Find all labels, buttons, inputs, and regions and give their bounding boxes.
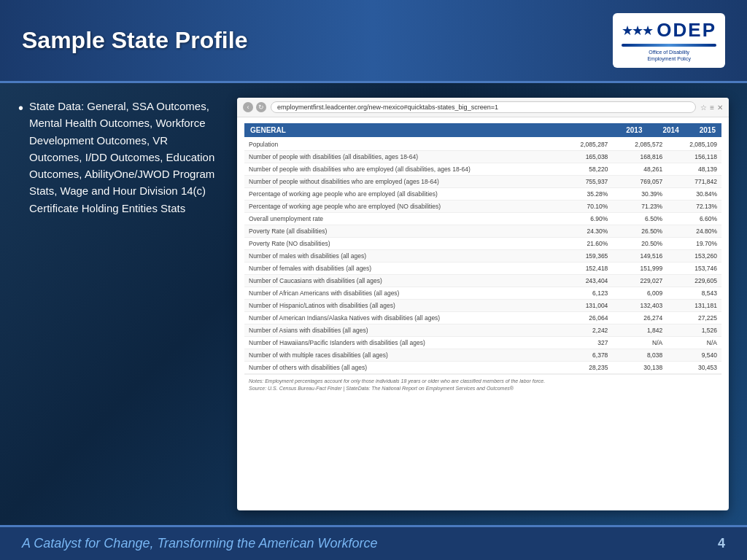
row-label: Number of males with disabilities (all a… [244,250,558,262]
header: Sample State Profile ★★★ ODEP Office of … [0,0,747,83]
row-label: Number of people with disabilities who a… [244,163,558,176]
odep-wave-decoration [622,44,716,47]
star-icon[interactable]: ☆ [700,104,707,112]
row-2013: 6,378 [558,349,613,362]
bullet-icon: • [18,99,23,117]
row-2013: 35.28% [558,188,613,201]
row-2015: 153,746 [667,262,721,275]
row-2014: 8,038 [612,349,667,362]
footer: A Catalyst for Change, Transforming the … [0,525,747,560]
row-label: Number of females with disabilities (all… [244,262,558,275]
row-label: Number of Caucasians with disabilities (… [244,275,558,287]
table-row: Number of Hispanic/Latinos with disabili… [244,300,721,312]
row-2013: 152,418 [558,262,613,275]
table-container: GENERAL 2013 2014 2015 Population 2,085,… [237,117,729,510]
row-label: Number of African Americans with disabil… [244,287,558,300]
row-2014: 20.50% [612,238,667,250]
odep-subtitle: Office of Disability Employment Policy [647,49,691,62]
row-2015: 30,453 [667,362,721,374]
row-2015: 229,605 [667,275,721,287]
row-2015: 9,540 [667,349,721,362]
menu-icon[interactable]: ≡ [710,104,714,112]
row-2014: 168,816 [612,151,667,163]
year-columns: 2013 2014 2015 [626,126,716,134]
row-2014: 151,999 [612,262,667,275]
row-2015: 1,526 [667,324,721,337]
row-2013: 755,937 [558,176,613,188]
row-2013: 26,064 [558,312,613,324]
table-row: Number of people without disabilities wh… [244,176,721,188]
row-2015: 27,225 [667,312,721,324]
row-2014: 149,516 [612,250,667,262]
browser-nav: ‹ ↻ [243,102,266,112]
data-panel: ‹ ↻ employmentfirst.leadcenter.org/new-m… [237,98,729,510]
row-2015: 6.60% [667,213,721,225]
row-2014: 30,138 [612,362,667,374]
row-label: Overall unemployment rate [244,213,558,225]
row-2014: 6.50% [612,213,667,225]
bullet-text: State Data: General, SSA Outcomes, Menta… [29,98,222,217]
table-row: Number of males with disabilities (all a… [244,250,721,262]
year-2014: 2014 [663,126,679,134]
browser-action-icons: ☆ ≡ ✕ [700,104,723,112]
row-2013: 28,235 [558,362,613,374]
row-2015: 8,543 [667,287,721,300]
year-2015: 2015 [700,126,716,134]
slide: Sample State Profile ★★★ ODEP Office of … [0,0,747,560]
row-2013: 131,004 [558,300,613,312]
row-2015: 19.70% [667,238,721,250]
row-label: Number of American Indians/Alaska Native… [244,312,558,324]
slide-number: 4 [718,536,725,551]
row-2014: 132,403 [612,300,667,312]
row-2014: 26,274 [612,312,667,324]
row-2015: 131,181 [667,300,721,312]
table-row: Number of others with disabilities (all … [244,362,721,374]
row-2015: 48,139 [667,163,721,176]
row-2014: 2,085,572 [612,139,667,151]
row-2013: 2,085,287 [558,139,613,151]
row-label: Poverty Rate (NO disabilities) [244,238,558,250]
odep-logo: ★★★ ODEP Office of Disability Employment… [613,13,725,68]
close-icon[interactable]: ✕ [717,104,723,112]
row-2014: 71.23% [612,201,667,213]
row-2014: 26.50% [612,225,667,238]
row-2013: 6,123 [558,287,613,300]
left-panel: • State Data: General, SSA Outcomes, Men… [18,98,222,510]
table-section-header: GENERAL 2013 2014 2015 [244,123,721,137]
table-row: Overall unemployment rate 6.90% 6.50% 6.… [244,213,721,225]
bullet-list-item: • State Data: General, SSA Outcomes, Men… [18,98,222,217]
table-row: Percentage of working age people who are… [244,188,721,201]
odep-stars-icon: ★★★ [622,23,652,39]
row-2013: 165,038 [558,151,613,163]
row-2015: N/A [667,337,721,349]
row-2013: 6.90% [558,213,613,225]
row-2014: 6,009 [612,287,667,300]
row-label: Number of people without disabilities wh… [244,176,558,188]
row-label: Poverty Rate (all disabilities) [244,225,558,238]
row-label: Number of others with disabilities (all … [244,362,558,374]
row-2013: 58,220 [558,163,613,176]
row-2015: 156,118 [667,151,721,163]
table-notes: Notes: Employment percentages account fo… [244,374,721,395]
table-row: Number of African Americans with disabil… [244,287,721,300]
row-2013: 327 [558,337,613,349]
row-2013: 159,365 [558,250,613,262]
row-label: Percentage of working age people who are… [244,188,558,201]
row-2014: 48,261 [612,163,667,176]
row-2015: 153,260 [667,250,721,262]
table-row: Population 2,085,287 2,085,572 2,085,109 [244,139,721,151]
odep-acronym: ODEP [657,19,716,42]
year-2013: 2013 [626,126,642,134]
row-2015: 771,842 [667,176,721,188]
main-content: • State Data: General, SSA Outcomes, Men… [0,83,747,525]
table-row: Number of Asians with disabilities (all … [244,324,721,337]
table-row: Number of females with disabilities (all… [244,262,721,275]
browser-back-btn[interactable]: ‹ [243,102,253,112]
table-row: Number of with multiple races disabiliti… [244,349,721,362]
browser-url-bar[interactable]: employmentfirst.leadcenter.org/new-mexic… [271,101,696,113]
row-2014: 1,842 [612,324,667,337]
section-label: GENERAL [250,126,286,134]
browser-refresh-btn[interactable]: ↻ [256,102,266,112]
row-label: Percentage of working age people who are… [244,201,558,213]
table-row: Number of people with disabilities (all … [244,151,721,163]
